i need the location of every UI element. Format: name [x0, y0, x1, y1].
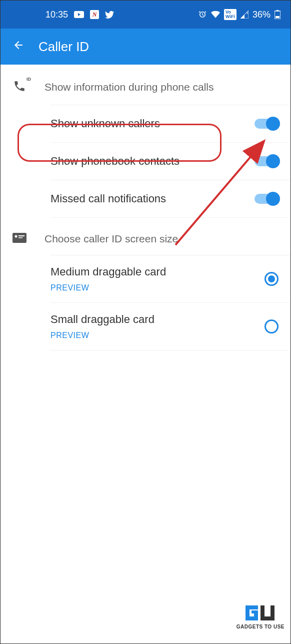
medium-card-row[interactable]: Medium draggable card PREVIEW	[50, 255, 290, 303]
svg-rect-7	[18, 235, 24, 236]
show-phonebook-contacts-toggle[interactable]	[254, 156, 278, 166]
battery-percent: 36%	[252, 10, 270, 20]
watermark-text: GADGETS TO USE	[236, 624, 284, 629]
small-card-radio[interactable]	[264, 319, 278, 334]
missed-call-notif-toggle[interactable]	[254, 194, 278, 204]
battery-icon	[274, 10, 280, 19]
caller-info-title: Show information during phone calls	[44, 81, 214, 93]
alarm-icon	[198, 10, 207, 19]
back-arrow-icon[interactable]	[12, 39, 24, 55]
svg-rect-8	[18, 237, 22, 238]
show-phonebook-contacts-label: Show phonebook contacts	[50, 155, 254, 168]
twitter-icon	[105, 11, 114, 19]
show-unknown-callers-label: Show unknown callers	[50, 117, 254, 130]
small-card-row[interactable]: Small draggable card PREVIEW	[50, 303, 290, 351]
caller-info-section-header: ID Show information during phone calls	[0, 65, 290, 105]
settings-content: ID Show information during phone calls S…	[0, 65, 290, 351]
wifi-icon	[211, 11, 220, 18]
vowifi-icon: VoWiFi	[224, 9, 236, 20]
card-icon	[12, 233, 26, 245]
youtube-icon	[74, 11, 84, 18]
missed-call-notif-label: Missed call notifications	[50, 192, 254, 205]
screen-size-section-header: Choose caller ID screen size	[0, 218, 290, 255]
medium-card-preview[interactable]: PREVIEW	[50, 283, 264, 292]
phone-id-icon: ID	[13, 80, 26, 95]
watermark-logo-icon	[243, 603, 278, 623]
show-unknown-callers-toggle[interactable]	[254, 119, 278, 129]
medium-card-radio[interactable]	[264, 272, 278, 286]
missed-call-notif-row[interactable]: Missed call notifications	[50, 180, 290, 218]
sn-app-icon: N	[90, 10, 99, 19]
status-left: 10:35 N	[46, 10, 114, 20]
status-bar: 10:35 N VoWiFi x 36%	[0, 1, 290, 29]
app-bar: Caller ID	[0, 29, 290, 65]
watermark: GADGETS TO USE	[236, 603, 284, 629]
small-card-preview[interactable]: PREVIEW	[50, 331, 264, 340]
svg-rect-4	[276, 16, 280, 18]
small-card-label: Small draggable card	[50, 313, 264, 326]
status-right: VoWiFi x 36%	[198, 9, 280, 20]
status-time: 10:35	[46, 10, 68, 20]
app-title: Caller ID	[38, 39, 89, 55]
show-phonebook-contacts-row[interactable]: Show phonebook contacts	[50, 143, 290, 180]
screen-size-title: Choose caller ID screen size	[44, 233, 178, 245]
svg-text:x: x	[246, 11, 248, 15]
show-unknown-callers-row[interactable]: Show unknown callers	[50, 105, 290, 143]
signal-icon: x	[240, 11, 248, 19]
medium-card-label: Medium draggable card	[50, 265, 264, 278]
svg-point-6	[15, 235, 18, 238]
